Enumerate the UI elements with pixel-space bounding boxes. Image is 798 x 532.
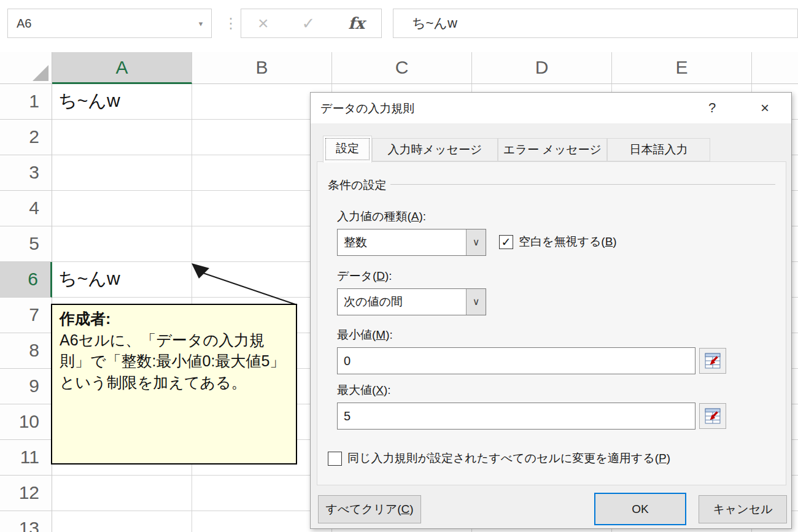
row-header-11[interactable]: 11 [0,440,52,476]
row-header-6[interactable]: 6 [0,262,52,298]
row-header-1[interactable]: 1 [0,84,52,120]
data-operator-label: データ(D): [337,268,392,284]
allow-type-value: 整数 [338,234,466,250]
cancel-entry-icon[interactable]: × [258,13,269,34]
formula-bar-value: ち~んw [393,14,457,33]
cell-A3[interactable] [52,155,192,191]
ignore-blank-checkbox[interactable]: ✓ [499,235,513,249]
name-box-value: A6 [8,17,190,31]
allow-type-label: 入力値の種類(A): [337,209,426,225]
tab-japanese-input[interactable]: 日本語入力 [607,138,710,161]
excel-window: A6 ▾ ⋮ × ✓ fx ち~んw ABCDE 1ち~んw23456ち~んw7… [0,0,798,532]
row-header-4[interactable]: 4 [0,191,52,226]
cell-A6[interactable]: ち~んw [52,262,192,298]
select-all-button[interactable] [0,52,52,84]
row-header-7[interactable]: 7 [0,298,52,333]
range-selector-icon [705,408,721,424]
range-selector-button[interactable] [699,348,726,374]
ignore-blank-checkbox-row: ✓ 空白を無視する(B) [499,234,617,250]
cell-A4[interactable] [52,191,192,226]
column-header-filler [752,52,798,84]
minimum-label: 最小値(M): [337,327,393,343]
data-validation-dialog: データの入力規則 ? × 設定 入力時メッセージ エラー メッセージ 日本語入力… [310,92,792,529]
select-all-triangle-icon [33,65,48,81]
allow-type-combobox[interactable]: 整数 ∨ [337,229,486,256]
maximum-label: 最大値(X): [337,382,391,398]
dialog-title: データの入力規則 [320,101,414,117]
group-separator [390,184,775,185]
close-icon[interactable]: × [747,93,783,123]
formula-bar[interactable]: ち~んw [393,9,798,38]
enter-entry-icon[interactable]: ✓ [302,14,316,33]
range-selector-button[interactable] [699,403,726,429]
column-header-row: ABCDE [52,52,798,84]
row-header-10[interactable]: 10 [0,404,52,440]
cell-A2[interactable] [52,120,192,155]
chevron-down-icon[interactable]: ∨ [466,289,486,315]
name-box-dropdown-icon[interactable]: ▾ [190,19,211,28]
tab-settings[interactable]: 設定 [323,136,372,163]
cell-A13[interactable] [52,511,192,532]
row-header-5[interactable]: 5 [0,226,52,262]
row-header-3[interactable]: 3 [0,155,52,191]
formula-buttons: × ✓ fx [241,9,382,38]
clear-all-button[interactable]: すべてクリア(C) [318,495,421,523]
column-header-C[interactable]: C [332,52,472,84]
range-selector-icon [705,353,721,369]
row-header-12[interactable]: 12 [0,476,52,511]
cancel-button[interactable]: キャンセル [699,495,787,523]
help-button[interactable]: ? [694,93,730,123]
comment-body: A6セルに、「データの入力規則」で「整数:最小値0:最大値5」という制限を加えて… [60,330,289,393]
row-header-8[interactable]: 8 [0,333,52,369]
dialog-titlebar[interactable]: データの入力規則 ? × [311,93,791,123]
name-box[interactable]: A6 ▾ [7,9,212,38]
formula-toolbar: A6 ▾ ⋮ × ✓ fx ち~んw [0,0,798,52]
comment-author: 作成者: [60,309,289,330]
ignore-blank-label: 空白を無視する(B) [519,234,617,250]
cell-A1[interactable]: ち~んw [52,84,192,120]
column-header-B[interactable]: B [192,52,332,84]
apply-to-all-checkbox-row: 同じ入力規則が設定されたすべてのセルに変更を適用する(P) [328,450,670,466]
minimum-input[interactable] [337,347,695,374]
column-header-D[interactable]: D [472,52,612,84]
data-operator-combobox[interactable]: 次の値の間 ∨ [337,288,486,315]
maximum-input[interactable] [337,403,695,430]
toolbar-grip-icon: ⋮ [223,10,236,37]
criteria-group-label: 条件の設定 [328,177,386,193]
ok-button[interactable]: OK [594,493,686,525]
apply-to-all-label: 同じ入力規則が設定されたすべてのセルに変更を適用する(P) [347,450,670,466]
cell-A12[interactable] [52,476,192,511]
insert-function-icon[interactable]: fx [348,14,365,33]
chevron-down-icon[interactable]: ∨ [466,229,486,255]
cell-comment: 作成者: A6セルに、「データの入力規則」で「整数:最小値0:最大値5」という制… [51,304,297,465]
data-operator-value: 次の値の間 [338,294,466,310]
cell-A5[interactable] [52,226,192,262]
column-header-E[interactable]: E [612,52,752,84]
tab-error-message[interactable]: エラー メッセージ [498,138,607,161]
row-header-2[interactable]: 2 [0,120,52,155]
row-header-13[interactable]: 13 [0,511,52,532]
apply-to-all-checkbox[interactable] [328,452,342,466]
row-header-9[interactable]: 9 [0,369,52,404]
column-header-A[interactable]: A [52,52,192,84]
tab-input-message[interactable]: 入力時メッセージ [372,138,498,161]
